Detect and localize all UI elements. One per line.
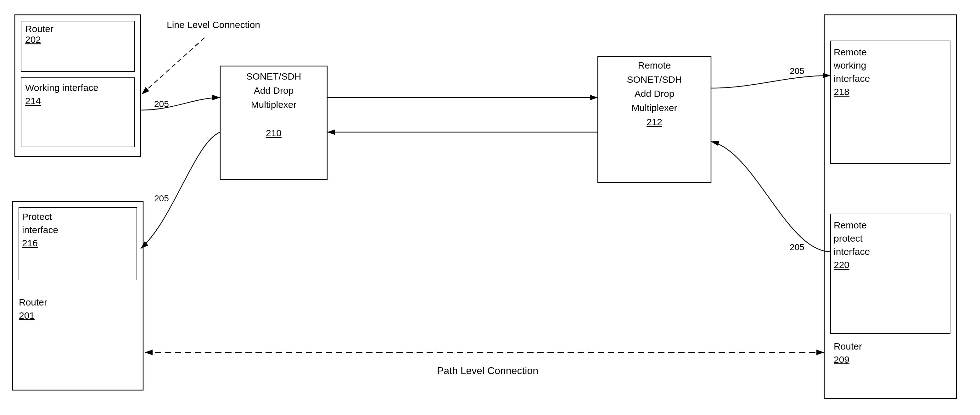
remote-protect-220-label: Remoteprotectinterface 220 bbox=[834, 219, 870, 272]
svg-line-13 bbox=[142, 38, 205, 94]
protect-interface-216-label: Protectinterface 216 bbox=[22, 210, 58, 250]
path-level-connection-label: Path Level Connection bbox=[346, 365, 629, 377]
label-205-4: 205 bbox=[790, 242, 805, 252]
line-level-connection-label: Line Level Connection bbox=[167, 18, 260, 32]
router-201-label: Router 201 bbox=[19, 296, 47, 322]
router-209-label: Router 209 bbox=[834, 340, 862, 366]
diagram-svg bbox=[0, 0, 980, 415]
working-interface-214-label: Working interface 214 bbox=[25, 81, 99, 108]
label-205-3: 205 bbox=[790, 66, 805, 76]
adm-210-label: SONET/SDHAdd DropMultiplexer 210 bbox=[223, 69, 324, 140]
label-205-1: 205 bbox=[154, 99, 169, 109]
remote-working-218-label: Remoteworkinginterface 218 bbox=[834, 46, 870, 99]
remote-adm-212-label: RemoteSONET/SDHAdd DropMultiplexer 212 bbox=[601, 58, 708, 129]
router-202-label: Router 202 bbox=[25, 24, 54, 45]
label-205-2: 205 bbox=[154, 194, 169, 204]
diagram: Router 202 Working interface 214 Protect… bbox=[0, 0, 980, 415]
